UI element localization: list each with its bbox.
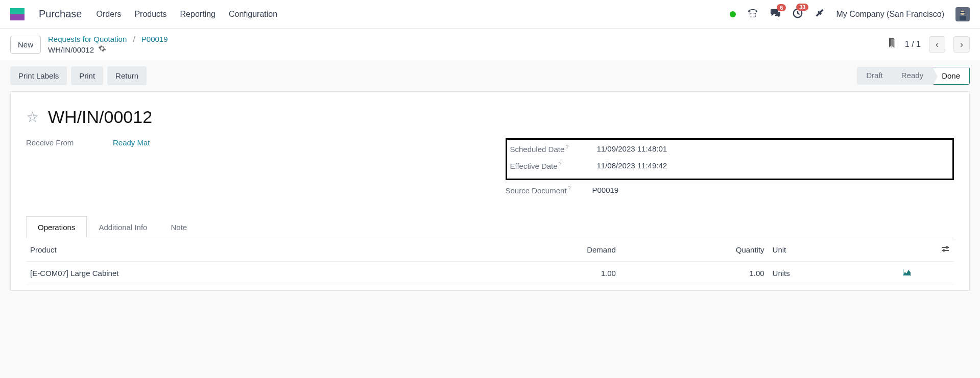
operations-table: Product Demand Quantity Unit [E-COM07] L… [26,238,954,285]
cell-chart [898,262,926,285]
svg-rect-0 [750,13,756,17]
th-chart [898,238,926,262]
th-unit: Unit [769,238,898,262]
bookmark-icon[interactable] [888,38,897,51]
connection-status-icon [730,11,736,17]
effective-date-row: Effective Date? 11/08/2023 11:49:42 [510,161,950,170]
receive-from-value[interactable]: Ready Mat [113,138,150,147]
effective-date-value: 11/08/2023 11:49:42 [597,161,667,170]
svg-point-9 [943,249,945,252]
menu-configuration[interactable]: Configuration [229,10,277,19]
topbar-right: 6 33 My Company (San Francisco) [730,7,970,21]
breadcrumb-parent-link[interactable]: P00019 [141,35,168,43]
record-sheet: ☆ WH/IN/00012 Receive From Ready Mat Sch… [10,91,970,291]
breadcrumb-current: WH/IN/00012 [48,44,94,55]
content-area: Print Labels Print Return Draft Ready Do… [0,60,980,297]
user-avatar[interactable] [955,7,970,21]
th-demand: Demand [471,238,620,262]
topbar-left: Purchase Orders Products Reporting Confi… [10,8,277,20]
activities-icon[interactable]: 33 [792,8,803,20]
table-row[interactable]: [E-COM07] Large Cabinet 1.00 1.00 Units [26,262,954,285]
breadcrumb: Requests for Quotation / P00019 WH/IN/00… [48,34,168,55]
cell-unit: Units [769,262,898,285]
action-toolbar: Print Labels Print Return Draft Ready Do… [10,66,970,85]
th-quantity: Quantity [620,238,769,262]
svg-rect-5 [960,16,966,20]
tabs: Operations Additional Info Note [26,216,954,238]
activities-badge: 33 [796,4,808,11]
main-menu: Orders Products Reporting Configuration [97,10,278,19]
status-bar: Draft Ready Done [857,67,970,85]
column-settings-icon[interactable] [941,245,950,254]
menu-reporting[interactable]: Reporting [180,10,216,19]
tab-additional-info[interactable]: Additional Info [87,216,159,238]
status-draft[interactable]: Draft [857,67,892,85]
messages-badge: 6 [777,4,786,11]
tab-operations[interactable]: Operations [26,216,87,238]
th-product: Product [26,238,471,262]
breadcrumb-root-link[interactable]: Requests for Quotation [48,35,127,43]
app-logo[interactable] [10,8,25,20]
fields-grid: Receive From Ready Mat Scheduled Date? 1… [26,138,954,202]
breadcrumb-bar: New Requests for Quotation / P00019 WH/I… [0,29,980,60]
svg-rect-4 [960,12,965,13]
highlight-box: Scheduled Date? 11/09/2023 11:48:01 Effe… [506,138,954,180]
print-button[interactable]: Print [71,66,103,85]
right-fields: Scheduled Date? 11/09/2023 11:48:01 Effe… [506,138,954,202]
print-labels-button[interactable]: Print Labels [10,66,67,85]
phone-icon[interactable] [747,9,758,19]
effective-date-label: Effective Date? [510,161,597,170]
app-name[interactable]: Purchase [39,8,82,20]
scheduled-date-row: Scheduled Date? 11/09/2023 11:48:01 [510,144,950,154]
record-title: WH/IN/00012 [48,107,152,127]
forecast-chart-icon[interactable] [902,269,912,278]
messages-icon[interactable]: 6 [770,8,781,20]
left-fields: Receive From Ready Mat [26,138,475,202]
menu-products[interactable]: Products [134,10,166,19]
receive-from-label: Receive From [26,138,113,147]
subbar-left: New Requests for Quotation / P00019 WH/I… [10,34,168,55]
subbar-right: 1 / 1 ‹ › [888,36,970,53]
new-button[interactable]: New [10,36,41,54]
favorite-star-icon[interactable]: ☆ [26,109,39,125]
action-buttons: Print Labels Print Return [10,66,147,85]
status-done[interactable]: Done [933,67,970,85]
source-doc-row: Source Document? P00019 [506,185,954,195]
menu-orders[interactable]: Orders [97,10,122,19]
th-settings [926,238,954,262]
pager-next-button[interactable]: › [953,36,970,53]
title-row: ☆ WH/IN/00012 [26,107,954,127]
pager-text: 1 / 1 [905,40,921,49]
pager-prev-button[interactable]: ‹ [929,36,945,53]
tools-icon[interactable] [815,8,825,20]
cell-demand: 1.00 [471,262,620,285]
company-selector[interactable]: My Company (San Francisco) [836,10,944,19]
cell-product: [E-COM07] Large Cabinet [26,262,471,285]
tab-note[interactable]: Note [159,216,199,238]
svg-point-7 [946,246,948,249]
top-navbar: Purchase Orders Products Reporting Confi… [0,0,980,29]
scheduled-date-label: Scheduled Date? [510,144,597,154]
receive-from-row: Receive From Ready Mat [26,138,475,147]
cell-quantity: 1.00 [620,262,769,285]
source-doc-label: Source Document? [506,185,592,195]
return-button[interactable]: Return [107,66,147,85]
status-ready[interactable]: Ready [892,67,933,85]
scheduled-date-value: 11/09/2023 11:48:01 [597,144,667,153]
source-doc-value: P00019 [592,186,619,194]
breadcrumb-separator: / [133,35,135,43]
gear-icon[interactable] [98,44,106,55]
